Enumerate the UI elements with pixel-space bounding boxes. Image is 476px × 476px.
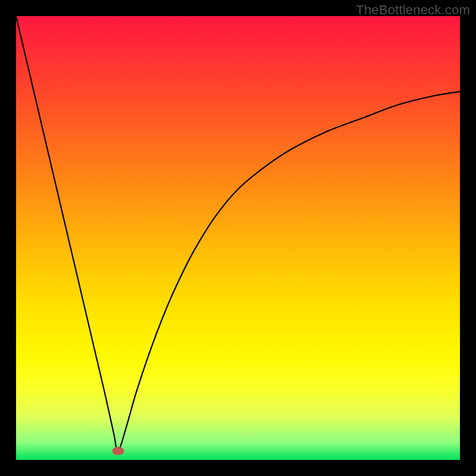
plot-area xyxy=(16,16,460,460)
chart-svg xyxy=(16,16,460,460)
minimum-marker xyxy=(112,447,124,455)
gradient-background xyxy=(16,16,460,460)
chart-frame: TheBottleneck.com xyxy=(0,0,476,476)
